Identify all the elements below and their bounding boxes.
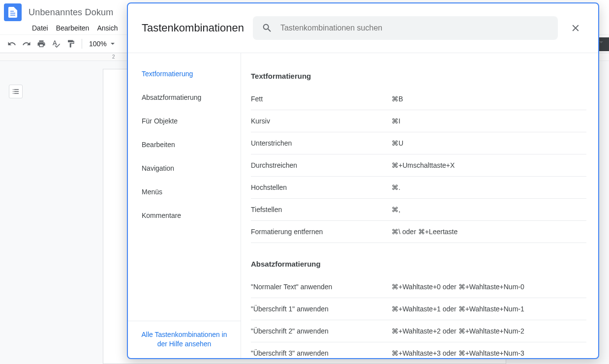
- menu-view[interactable]: Ansich: [93, 22, 121, 34]
- keyboard-shortcuts-dialog: Tastenkombinationen Textformatierung Abs…: [127, 2, 599, 359]
- spellcheck-button[interactable]: [49, 37, 63, 51]
- chevron-down-icon: [111, 43, 115, 45]
- shortcut-row: Fett ⌘B: [251, 88, 586, 110]
- category-comments[interactable]: Kommentare: [128, 204, 241, 227]
- paint-format-icon: [66, 39, 75, 48]
- outline-icon: [12, 88, 20, 95]
- search-input[interactable]: [280, 24, 549, 32]
- redo-button[interactable]: [20, 37, 33, 51]
- shortcut-keys: ⌘\ oder ⌘+Leertaste: [392, 228, 586, 236]
- document-title[interactable]: Unbenanntes Dokum: [29, 7, 114, 18]
- outline-toggle-button[interactable]: [9, 85, 23, 98]
- category-navigation[interactable]: Navigation: [128, 156, 241, 180]
- category-sidebar: Textformatierung Absatzformatierung Für …: [128, 53, 241, 358]
- document-icon: [8, 7, 17, 18]
- ruler-mark: 2: [112, 54, 115, 60]
- shortcut-label: "Überschrift 2" anwenden: [251, 327, 392, 335]
- shortcut-row: Hochstellen ⌘.: [251, 177, 586, 199]
- category-list: Textformatierung Absatzformatierung Für …: [128, 53, 241, 321]
- shortcut-row: Kursiv ⌘I: [251, 110, 586, 132]
- shortcut-section: Absatzformatierung "Normaler Text" anwen…: [251, 255, 586, 358]
- search-box[interactable]: [253, 16, 558, 40]
- shortcut-label: Kursiv: [251, 117, 392, 125]
- shortcut-keys: ⌘+Wahltaste+1 oder ⌘+Wahltaste+Num-1: [392, 305, 586, 313]
- undo-button[interactable]: [5, 37, 19, 51]
- shortcut-label: Unterstrichen: [251, 139, 392, 147]
- category-text-formatting[interactable]: Textformatierung: [128, 62, 241, 86]
- shortcut-row: "Überschrift 1" anwenden ⌘+Wahltaste+1 o…: [251, 298, 586, 320]
- right-dropdown[interactable]: [599, 43, 603, 52]
- zoom-selector[interactable]: 100%: [86, 40, 118, 48]
- shortcut-section: Textformatierung Fett ⌘B Kursiv ⌘I Unter…: [251, 67, 586, 243]
- menu-file[interactable]: Datei: [29, 22, 52, 34]
- spellcheck-icon: [52, 39, 61, 48]
- shortcuts-content[interactable]: Textformatierung Fett ⌘B Kursiv ⌘I Unter…: [241, 53, 598, 358]
- shortcut-label: Hochstellen: [251, 183, 392, 191]
- shortcut-keys: ⌘+Wahltaste+3 oder ⌘+Wahltaste+Num-3: [392, 349, 586, 357]
- shortcut-row: Unterstrichen ⌘U: [251, 132, 586, 154]
- dialog-body: Textformatierung Absatzformatierung Für …: [128, 53, 598, 358]
- dialog-header: Tastenkombinationen: [128, 3, 598, 53]
- undo-icon: [7, 39, 16, 48]
- close-button[interactable]: [567, 19, 584, 37]
- category-paragraph-formatting[interactable]: Absatzformatierung: [128, 86, 241, 109]
- chevron-down-icon: [599, 41, 603, 52]
- close-icon: [570, 23, 581, 33]
- shortcut-keys: ⌘.: [392, 183, 586, 191]
- section-title: Absatzformatierung: [251, 255, 586, 273]
- shortcut-row: "Überschrift 2" anwenden ⌘+Wahltaste+2 o…: [251, 320, 586, 342]
- shortcut-row: "Überschrift 3" anwenden ⌘+Wahltaste+3 o…: [251, 342, 586, 358]
- shortcut-keys: ⌘,: [392, 206, 586, 213]
- shortcut-row: Formatierung entfernen ⌘\ oder ⌘+Leertas…: [251, 221, 586, 243]
- shortcut-row: Durchstreichen ⌘+Umschalttaste+X: [251, 154, 586, 177]
- shortcut-keys: ⌘+Wahltaste+0 oder ⌘+Wahltaste+Num-0: [392, 283, 586, 291]
- shortcut-label: Fett: [251, 95, 392, 103]
- shortcut-row: "Normaler Text" anwenden ⌘+Wahltaste+0 o…: [251, 276, 586, 298]
- shortcut-keys: ⌘+Umschalttaste+X: [392, 161, 586, 169]
- shortcut-label: Durchstreichen: [251, 161, 392, 169]
- section-title: Textformatierung: [251, 67, 586, 85]
- shortcut-keys: ⌘U: [392, 139, 586, 147]
- print-icon: [37, 39, 46, 48]
- shortcut-label: "Überschrift 3" anwenden: [251, 349, 392, 357]
- category-menus[interactable]: Menüs: [128, 180, 241, 204]
- category-edit[interactable]: Bearbeiten: [128, 133, 241, 156]
- paint-format-button[interactable]: [64, 37, 78, 51]
- shortcut-label: "Überschrift 1" anwenden: [251, 305, 392, 313]
- redo-icon: [22, 39, 31, 48]
- menu-edit[interactable]: Bearbeiten: [53, 22, 93, 34]
- sidebar-footer: Alle Tastenkombinationen in der Hilfe an…: [128, 321, 241, 358]
- shortcut-keys: ⌘I: [392, 117, 586, 125]
- category-for-objects[interactable]: Für Objekte: [128, 109, 241, 133]
- shortcut-label: Tiefstellen: [251, 206, 392, 213]
- dialog-title: Tastenkombinationen: [142, 22, 244, 34]
- shortcut-row: Tiefstellen ⌘,: [251, 199, 586, 221]
- shortcut-label: Formatierung entfernen: [251, 228, 392, 236]
- print-button[interactable]: [34, 37, 48, 51]
- search-icon: [262, 23, 273, 33]
- shortcut-keys: ⌘B: [392, 95, 586, 103]
- docs-app-icon[interactable]: [4, 3, 22, 21]
- shortcut-keys: ⌘+Wahltaste+2 oder ⌘+Wahltaste+Num-2: [392, 327, 586, 335]
- shortcut-label: "Normaler Text" anwenden: [251, 283, 392, 291]
- help-link[interactable]: Alle Tastenkombinationen in der Hilfe an…: [138, 330, 231, 349]
- toolbar-separator: [82, 39, 82, 49]
- zoom-value: 100%: [89, 40, 107, 48]
